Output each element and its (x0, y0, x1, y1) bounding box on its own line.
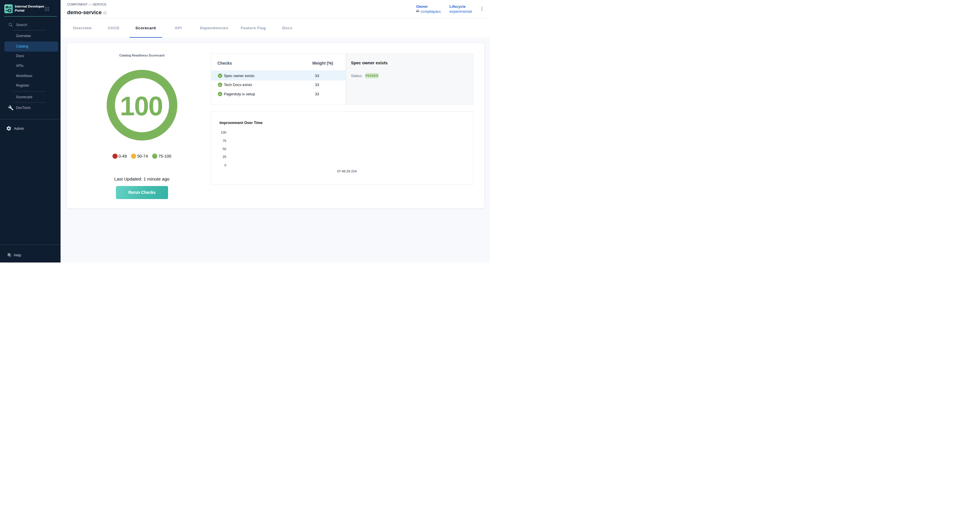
svg-text:?: ? (8, 253, 9, 256)
